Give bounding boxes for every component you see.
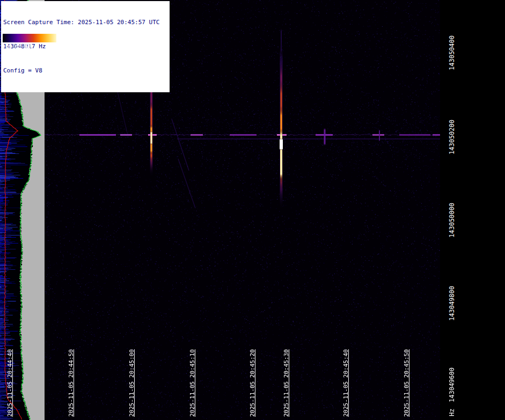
frequency-label: 143049600 [449,367,456,402]
frequency-label: 143050400 [449,35,456,70]
time-label: 2025-11-05 20:45:10 [189,349,196,417]
db-label-max: -40 [44,43,54,49]
frequency-label: Hz [449,409,456,416]
db-label-mid: -60 [21,43,31,49]
frequency-label: 143050000 [449,203,456,238]
spectrogram-screen-capture: Screen Capture Time: 2025-11-05 20:45:57… [0,0,505,420]
time-label: 2025-11-05 20:44:50 [68,349,75,417]
time-label: 2025-11-05 20:45:40 [342,349,349,417]
color-gradient-bar [2,33,57,43]
time-label: 2025-11-05 20:45:20 [249,349,256,417]
config-text: Config = V8 [3,67,167,75]
frequency-label: 143050200 [449,120,456,154]
time-label: 2025-11-05 20:45:30 [283,349,290,417]
time-label: 2025-11-05 20:45:00 [128,349,135,417]
intensity-color-scale: -80 dB -60 -40 [2,33,59,50]
capture-time-text: Screen Capture Time: 2025-11-05 20:45:57… [3,18,167,26]
db-label-min: -80 dB [2,43,21,49]
frequency-label: 143049800 [449,286,456,321]
time-label: 2025-11-05 20:44:40 [6,349,13,417]
db-scale-labels: -80 dB -60 -40 [2,43,59,50]
time-label: 2025-11-05 20:45:50 [403,349,410,417]
